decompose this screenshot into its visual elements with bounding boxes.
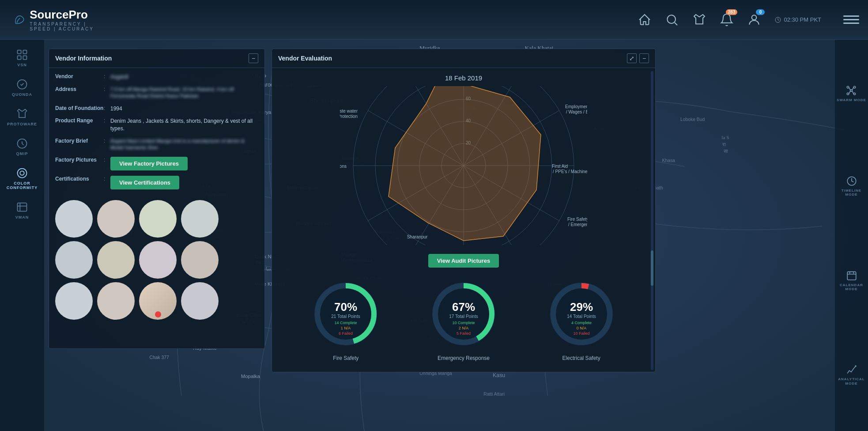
vendor-info-panel: Vendor Information − Vendor : Asgardl Ad… [49,49,265,349]
sidebar-item-timeline-mode[interactable]: TIMELINE MODE [835,172,868,200]
search-button[interactable] [665,13,679,27]
apparel-button[interactable] [692,13,706,27]
svg-text:/ Wages / Benefits: / Wages / Benefits [566,110,587,114]
logo-icon [13,9,25,31]
svg-text:la S: la S [721,135,729,140]
product-field-row: Product Range : Denim Jeans , Jackets & … [55,117,258,132]
calendar-mode-label: CALENDAR MODE [837,283,866,291]
fire-safety-gauge: 70% 21 Total Points 14 Complete 1 N/A 6 … [308,276,383,361]
photo-thumb-11[interactable] [139,282,177,320]
svg-rect-6 [23,56,26,59]
svg-text:17 Total Points: 17 Total Points [449,314,478,319]
svg-text:5 Failed: 5 Failed [457,331,471,336]
svg-point-69 [847,93,849,95]
foundation-label: Date of Foundation [55,105,104,113]
vendor-label: Vendor [55,73,104,81]
photo-thumb-4[interactable] [181,200,219,238]
photo-thumb-12[interactable] [181,282,219,320]
notifications-button[interactable]: 283 [720,13,734,27]
photo-thumb-7[interactable] [139,241,177,279]
sidebar-item-color-conformity[interactable]: COLOR CONFORMITY [4,163,41,194]
menu-button[interactable] [843,12,859,28]
radar-chart-container: 20 40 60 80 100 [278,86,649,245]
vendor-eval-title: Vendor Evaluation [278,55,332,62]
vendor-eval-expand-button[interactable]: ⤢ [627,53,637,63]
home-button[interactable] [638,13,652,27]
svg-text:14 Total Points: 14 Total Points [567,314,596,319]
sidebar-item-vman[interactable]: VMAN [4,197,41,224]
sidebar-item-swarm-mode[interactable]: SWARM MODE [835,81,868,106]
svg-text:Ratti Attari: Ratti Attari [483,392,505,397]
photo-thumb-10[interactable] [97,282,135,320]
sidebar-label-qmip: QMIP [16,151,28,156]
svg-text:Waste water: Waste water [340,109,358,113]
sidebar-label-vsn: VSN [17,63,27,67]
nav-icons: 283 0 02:30 PM PKT [97,12,868,28]
swarm-mode-label: SWARM MODE [837,98,866,102]
certifications-label: Certifications [55,176,104,189]
svg-text:21 Total Points: 21 Total Points [332,314,360,319]
svg-text:First Aid: First Aid [552,164,568,169]
user-button[interactable]: 0 [747,13,761,27]
photo-thumb-1[interactable] [55,200,93,238]
sidebar-item-analytical-mode[interactable]: ANALYTICAL MODE [835,360,868,389]
sidebar-item-qmip[interactable]: QMIP [4,133,41,160]
svg-rect-11 [18,203,27,212]
svg-rect-3 [18,50,21,54]
svg-point-1 [752,15,757,20]
vendor-eval-minimize-button[interactable]: − [639,53,649,63]
notifications-badge: 283 [726,9,738,15]
vendor-info-minimize-button[interactable]: − [249,53,258,63]
svg-text:67%: 67% [452,300,475,314]
gauge-row: 70% 21 Total Points 14 Complete 1 N/A 6 … [278,276,649,366]
vendor-info-controls: − [249,53,258,63]
svg-text:70%: 70% [334,300,357,314]
svg-text:सा: सा [723,148,728,154]
sidebar-label-protoware: PROTOWARE [7,122,37,126]
address-field-row: Address : 7.5 km off Manga Raiwind Road,… [55,86,258,100]
photo-row-1 [49,200,264,241]
photo-row-3 [49,282,264,323]
audit-btn-row: View Audit Pictures [278,254,649,268]
sidebar-item-protoware[interactable]: PROTOWARE [4,103,41,131]
svg-text:Legal Documentations: Legal Documentations [340,164,347,169]
sidebar-item-quonda[interactable]: QUONDA [4,74,41,101]
foundation-value: 1994 [110,105,258,113]
svg-text:रा: रा [722,142,726,147]
sidebar-item-calendar-mode[interactable]: CALENDAR MODE [835,266,868,295]
logo-tagline: TRANSPARENCY | SPEED | ACCURACY [30,22,97,31]
view-audit-pictures-button[interactable]: View Audit Pictures [428,254,499,268]
radar-chart: 20 40 60 80 100 [340,86,587,245]
pictures-label: Factory Pictures [55,157,104,170]
vendor-value: Asgardl [110,73,258,81]
photo-thumb-5[interactable] [55,241,93,279]
sidebar-item-vsn[interactable]: VSN [4,44,41,72]
svg-marker-100 [389,86,541,241]
product-value: Denim Jeans , Jackets & Skirts, shorts, … [110,117,258,132]
address-value: 7.5 km off Manga Raiwind Road, 10 km Rai… [110,86,258,100]
view-certifications-button[interactable]: View Certifications [110,176,179,189]
timeline-mode-label: TIMELINE MODE [837,189,866,197]
photo-thumb-3[interactable] [139,200,177,238]
svg-point-10 [18,169,27,178]
electrical-safety-gauge: 29% 14 Total Points 4 Complete 0 N/A 10 … [544,276,619,361]
svg-text:Kasu: Kasu [493,372,505,378]
photo-thumb-8[interactable] [181,241,219,279]
svg-point-68 [854,87,856,88]
pictures-field-row: Factory Pictures : View Factory Pictures [55,157,258,170]
svg-point-9 [20,171,24,175]
svg-text:/ PPE's / Machine Safety: / PPE's / Machine Safety [553,169,587,174]
logo-name: SourcePro [30,8,97,22]
photo-thumb-9[interactable] [55,282,93,320]
vendor-eval-panel: Vendor Evaluation ⤢ − 18 Feb 2019 20 40 … [272,49,656,372]
brief-value: Asgard Niazi Limited Manga Unit is a man… [110,138,258,151]
eval-scrollbar-thumb[interactable] [651,250,653,286]
photo-thumb-2[interactable] [97,200,135,238]
photo-thumb-6[interactable] [97,241,135,279]
svg-line-74 [849,91,850,94]
eval-scrollbar[interactable] [651,71,653,370]
emergency-response-label: Emergency Response [438,355,490,361]
view-factory-pictures-button[interactable]: View Factory Pictures [110,157,188,170]
svg-text:14 Complete: 14 Complete [335,321,357,325]
svg-point-0 [668,15,676,23]
